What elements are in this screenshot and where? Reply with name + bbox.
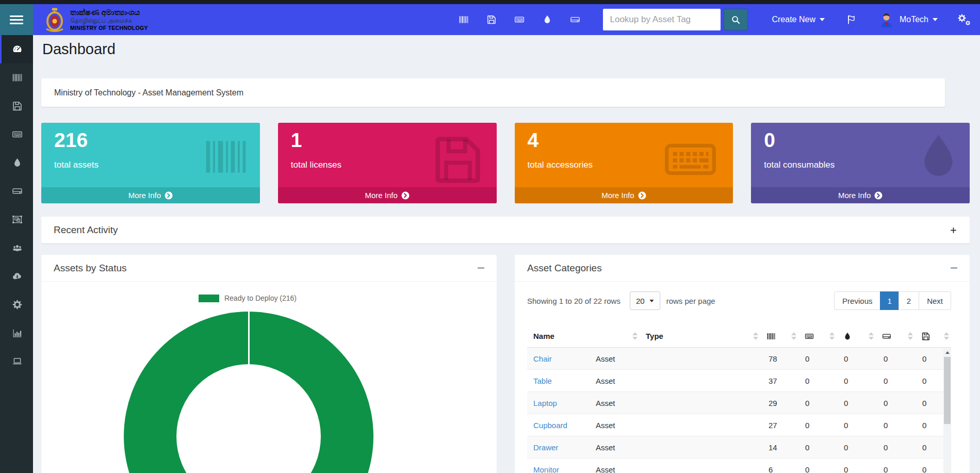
keyboard-icon[interactable] [514,14,525,25]
pagination-page-2-button[interactable]: 2 [899,291,919,310]
sidebar-item-licenses[interactable] [0,92,33,120]
scroll-up-button[interactable] [943,348,951,356]
cell-accessories-count: 0 [803,370,842,392]
cell-assets-count: 27 [766,414,803,436]
assets-by-status-title: Assets by Status [54,263,127,274]
quick-nav-icons [459,14,580,25]
rows-per-page-label: rows per page [666,297,715,305]
create-new-menu[interactable]: Create New [772,15,824,24]
column-header-name[interactable]: Name [527,325,640,347]
more-info-link-accessories[interactable]: More Info [515,187,733,203]
sort-icon [829,332,835,340]
category-link[interactable]: Cupboard [533,421,567,430]
sort-icon [908,332,913,340]
expand-panel-button[interactable] [950,226,957,234]
sidebar-item-people[interactable] [0,234,33,262]
chevron-down-icon [649,300,654,302]
cell-components-count: 0 [881,414,920,436]
cell-type: Asset [590,459,766,473]
pagination-previous-button[interactable]: Previous [834,291,880,310]
tint-icon[interactable] [542,14,552,25]
info-box-total-consumables: 0 total consumables More Info [751,123,970,203]
table-row: Cupboard Asset 27 0 0 0 0 [527,414,951,436]
sidebar-item-dashboard[interactable] [0,35,33,63]
category-link[interactable]: Table [533,377,552,385]
sidebar-item-import[interactable] [0,262,33,290]
column-header-consumables[interactable] [837,325,876,347]
recent-activity-title: Recent Activity [54,224,118,236]
sidebar-item-predefined-kits[interactable] [0,205,33,234]
cloud-download-icon [12,271,23,282]
table-header-row: Name Type [527,325,951,348]
collapse-panel-button[interactable] [478,267,484,269]
assets-by-status-panel: Assets by Status Ready to Deploy (216) [41,255,497,473]
pagination: Previous 1 2 Next [835,291,951,310]
table-toolbar: Showing 1 to 20 of 22 rows 20 rows per p… [527,291,951,310]
barcode-icon [766,332,776,341]
pagination-page-1-button[interactable]: 1 [880,291,899,310]
flag-menu[interactable] [846,14,857,25]
sidebar-item-assets[interactable] [0,63,33,92]
user-menu[interactable]: MoTech [900,15,938,24]
sidebar-item-accessories[interactable] [0,120,33,149]
cell-accessories-count: 0 [803,348,842,370]
more-info-link-assets[interactable]: More Info [41,187,260,203]
more-info-link-consumables[interactable]: More Info [751,187,970,203]
category-link[interactable]: Chair [533,354,552,363]
column-header-type[interactable]: Type [640,325,760,347]
rows-per-page-select[interactable]: 20 [630,291,660,310]
table-scrollbar[interactable] [943,348,951,473]
asset-categories-panel: Asset Categories Showing 1 to 20 of 22 r… [515,255,970,473]
category-link[interactable]: Laptop [533,399,557,407]
sidebar-item-components[interactable] [0,177,33,205]
category-link[interactable]: Drawer [533,443,558,452]
barcode-icon [202,128,250,186]
floppy-icon[interactable] [486,14,497,25]
cell-accessories-count: 0 [803,459,842,473]
plus-icon [950,226,957,234]
sort-icon [944,332,949,340]
sidebar-item-settings[interactable] [0,290,33,319]
floppy-icon [430,131,486,188]
search-button[interactable] [724,9,748,30]
column-header-components[interactable] [876,325,915,347]
column-header-accessories[interactable] [798,325,837,347]
sidebar-toggle-button[interactable] [0,4,33,35]
column-header-licenses[interactable] [915,325,951,347]
pagination-next-button[interactable]: Next [919,291,951,310]
app-logo[interactable]: තාක්ෂණ අමාත්‍යාංශය தொழில்நுட்ப அமைச்சு M… [44,7,148,32]
more-info-link-licenses[interactable]: More Info [278,187,497,203]
column-header-assets[interactable] [760,325,798,347]
cell-components-count: 0 [881,370,920,392]
collapse-panel-button[interactable] [951,267,957,269]
sidebar-item-requestable[interactable] [0,347,33,376]
info-box-total-assets: 216 total assets More Info [41,123,260,203]
cell-components-count: 0 [881,348,920,370]
cell-type: Asset [590,436,766,459]
chart-legend-item[interactable]: Ready to Deploy (216) [41,282,454,302]
sidebar-item-reports[interactable] [0,319,33,347]
search-input[interactable] [603,9,721,30]
sidebar-item-consumables[interactable] [0,149,33,177]
admin-settings-button[interactable] [957,13,971,26]
cell-type: Asset [590,370,766,392]
arrow-circle-right-icon [401,191,410,200]
motd-banner: Ministry of Technology - Asset Managemen… [41,78,945,107]
barcode-icon[interactable] [459,14,469,25]
category-link[interactable]: Monitor [533,465,559,473]
assets-status-doughnut-chart [124,312,373,473]
arrow-circle-right-icon [165,191,173,200]
keyboard-icon [12,129,23,140]
rows-per-page-value: 20 [636,297,645,305]
chevron-down-icon [820,18,825,21]
cell-accessories-count: 0 [803,436,842,459]
tint-icon [843,332,852,341]
ministry-emblem-icon [44,7,65,32]
scrollbar-thumb[interactable] [944,357,951,424]
laptop-icon [12,356,23,367]
create-new-label: Create New [772,15,815,24]
cell-components-count: 0 [881,459,920,473]
avatar[interactable] [878,12,894,28]
info-box-total-licenses: 1 total licenses More Info [278,123,497,203]
hdd-icon[interactable] [570,14,580,25]
